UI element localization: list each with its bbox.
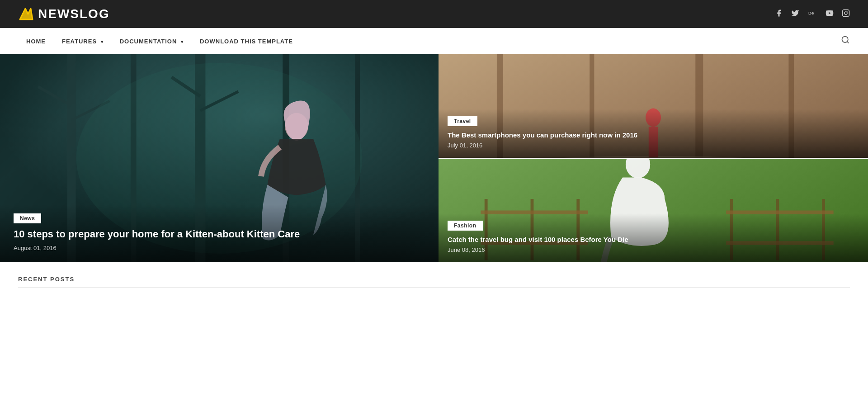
hero-side-top-title: The Best smartphones you can purchase ri… [448,131,859,140]
svg-text:Be: Be [808,10,814,15]
documentation-dropdown-arrow: ▾ [181,39,184,44]
recent-posts-section: RECENT POSTS [0,262,868,297]
nav-features[interactable]: FEATURES ▾ [54,37,112,45]
hero-side-top-overlay: Travel The Best smartphones you can purc… [439,109,868,158]
hero-side-bottom-date: June 08, 2016 [448,246,859,253]
logo[interactable]: NEWSLOG [18,6,110,22]
youtube-icon[interactable] [826,9,834,19]
social-icons-group: Be [775,9,850,19]
hero-side-bottom-card[interactable]: Fashion Catch the travel bug and visit 1… [439,158,868,262]
behance-icon[interactable]: Be [807,9,817,19]
hero-grid: News 10 steps to prepare your home for a… [0,54,868,262]
top-bar: NEWSLOG Be [0,0,868,28]
features-dropdown-arrow: ▾ [101,39,104,44]
svg-line-8 [847,42,849,43]
nav-bar: HOME FEATURES ▾ DOCUMENTATION ▾ DOWNLOAD… [0,28,868,54]
search-icon[interactable] [841,35,850,47]
nav-features-link[interactable]: FEATURES ▾ [54,38,112,45]
nav-home-link[interactable]: HOME [18,38,54,45]
nav-download[interactable]: DOWNLOAD THIS TEMPLATE [192,37,301,45]
nav-home[interactable]: HOME [18,37,54,45]
nav-links: HOME FEATURES ▾ DOCUMENTATION ▾ DOWNLOAD… [18,37,301,45]
facebook-icon[interactable] [775,9,783,19]
recent-posts-title: RECENT POSTS [18,276,850,288]
instagram-icon[interactable] [842,9,850,19]
hero-main-category[interactable]: News [14,213,41,223]
nav-documentation-link[interactable]: DOCUMENTATION ▾ [112,38,192,45]
hero-main-card[interactable]: News 10 steps to prepare your home for a… [0,54,439,262]
logo-icon [18,6,34,22]
nav-documentation[interactable]: DOCUMENTATION ▾ [112,37,192,45]
hero-main-title: 10 steps to prepare your home for a Kitt… [14,228,425,241]
hero-side-top-date: July 01, 2016 [448,142,859,149]
hero-side-bottom-category[interactable]: Fashion [448,221,483,231]
hero-side-bottom-overlay: Fashion Catch the travel bug and visit 1… [439,213,868,263]
hero-main-date: August 01, 2016 [14,245,425,251]
svg-point-7 [842,37,848,43]
hero-side-top-card[interactable]: Travel The Best smartphones you can purc… [439,54,868,158]
svg-rect-4 [843,9,849,16]
nav-download-link[interactable]: DOWNLOAD THIS TEMPLATE [192,38,301,45]
hero-side-bottom-title: Catch the travel bug and visit 100 place… [448,235,859,244]
hero-main-overlay: News 10 steps to prepare your home for a… [0,204,439,262]
main-content: News 10 steps to prepare your home for a… [0,54,868,297]
svg-point-6 [847,11,848,12]
hero-side-cards: Travel The Best smartphones you can purc… [439,54,868,262]
twitter-icon[interactable] [791,9,799,19]
logo-text: NEWSLOG [38,7,110,21]
svg-point-5 [844,12,847,14]
hero-side-top-category[interactable]: Travel [448,116,477,126]
